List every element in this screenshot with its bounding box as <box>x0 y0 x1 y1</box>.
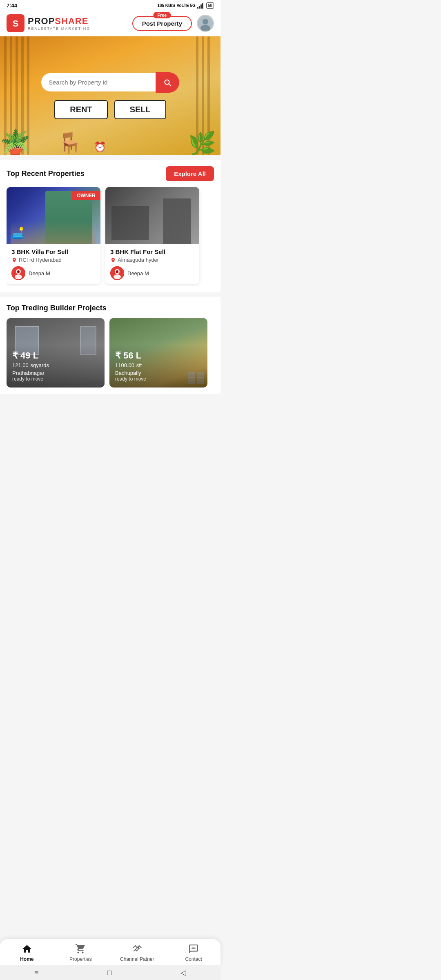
plant-right-decoration: 🌿 <box>188 132 216 155</box>
svg-point-15 <box>114 274 121 279</box>
location-text: Almasguda hyder <box>118 257 159 263</box>
property-card-body: 3 BHK Villa For Sell RCI rd Hyderabad <box>7 244 100 284</box>
property-title: 3 BHK Villa For Sell <box>11 248 96 255</box>
user-avatar[interactable] <box>197 15 214 32</box>
svg-rect-2 <box>200 4 202 9</box>
status-right: 185 KB/S VoLTE 5G 58 <box>157 2 214 9</box>
clock-decoration: ⏰ <box>94 141 106 153</box>
builder-cards-list: ₹ 49 L 121.00 sqyards Prathabnagar ready… <box>7 318 214 388</box>
property-cards-list: OWNER 3 BHK Villa For Sell RCI rd Hydera… <box>7 187 214 286</box>
plant-left-decoration: 🪴 <box>0 130 31 155</box>
svg-rect-1 <box>199 6 200 9</box>
svg-text:S: S <box>13 18 19 29</box>
builder-location: Prathabnagar <box>12 370 99 376</box>
agent-avatar <box>11 266 25 280</box>
rent-button[interactable]: RENT <box>54 100 107 119</box>
agent-info: Deepa M <box>110 266 194 280</box>
logo-name: PROPSHARE <box>28 16 90 27</box>
post-property-button[interactable]: Free Post Property <box>132 16 192 31</box>
chair-decoration: 🪑 <box>57 131 82 155</box>
search-button[interactable] <box>156 72 179 93</box>
logo-share: SHARE <box>55 16 88 26</box>
property-card-body: 3 BHK Flat For Sell Almasguda hyder <box>105 244 199 284</box>
agent-avatar <box>110 266 124 280</box>
builder-card[interactable]: ₹ 56 L 1100.00 sft Bachupally ready to m… <box>109 318 207 388</box>
search-input[interactable] <box>41 73 156 91</box>
location-icon <box>110 257 116 263</box>
search-icon <box>163 78 172 87</box>
status-bar: 7:44 185 KB/S VoLTE 5G 58 <box>0 0 220 10</box>
logo-area: S PROPSHARE REALESTATE MARKETING <box>7 14 90 32</box>
builder-price: ₹ 56 L <box>115 350 202 361</box>
svg-rect-0 <box>197 7 198 9</box>
recent-properties-title: Top Recent Properties <box>7 169 85 178</box>
free-badge: Free <box>153 12 171 18</box>
builder-location: Bachupally <box>115 370 202 376</box>
agent-name: Deepa M <box>127 270 149 276</box>
property-title: 3 BHK Flat For Sell <box>110 248 194 255</box>
builder-projects-section: Top Treding Builder Projects ₹ 49 L 121.… <box>0 297 220 394</box>
owner-badge: OWNER <box>72 191 100 200</box>
header: S PROPSHARE REALESTATE MARKETING Free Po… <box>0 10 220 36</box>
builder-status: ready to move <box>115 376 202 382</box>
avatar-icon <box>198 16 213 31</box>
property-location: RCI rd Hyderabad <box>11 257 96 263</box>
logo-text: PROPSHARE REALESTATE MARKETING <box>28 16 90 31</box>
section-header: Top Recent Properties Explore All <box>7 166 214 181</box>
logo-prop: PROP <box>28 16 55 26</box>
builder-status: ready to move <box>12 376 99 382</box>
logo-subtitle: REALESTATE MARKETING <box>28 27 90 31</box>
agent-icon <box>110 266 124 280</box>
hero-banner: 🪴 🌿 🪑 ⏰ RENT SELL <box>0 36 220 155</box>
property-card[interactable]: 3 BHK Flat For Sell Almasguda hyder <box>105 187 199 284</box>
explore-all-button[interactable]: Explore All <box>166 166 214 181</box>
time-display: 7:44 <box>7 2 17 9</box>
network-info: 185 KB/S <box>157 3 175 8</box>
area-unit: sqyards <box>31 362 49 368</box>
builder-card-info: ₹ 49 L 121.00 sqyards Prathabnagar ready… <box>7 345 105 388</box>
builder-card[interactable]: ₹ 49 L 121.00 sqyards Prathabnagar ready… <box>7 318 105 388</box>
hero-category-buttons: RENT SELL <box>54 100 166 119</box>
builder-area: 1100.00 sft <box>115 361 202 369</box>
property-card[interactable]: OWNER 3 BHK Villa For Sell RCI rd Hydera… <box>7 187 100 284</box>
builder-area: 121.00 sqyards <box>12 361 99 369</box>
location-icon <box>11 257 17 263</box>
logo-icon: S <box>7 14 24 32</box>
property-image-2 <box>105 187 199 244</box>
header-right: Free Post Property <box>132 15 214 32</box>
recent-properties-section: Top Recent Properties Explore All OWNER … <box>0 160 220 292</box>
property-location: Almasguda hyder <box>110 257 194 263</box>
svg-rect-3 <box>202 3 203 9</box>
builder-price: ₹ 49 L <box>12 350 99 361</box>
agent-name: Deepa M <box>29 270 50 276</box>
agent-info: Deepa M <box>11 266 96 280</box>
area-unit: sft <box>136 362 142 368</box>
svg-point-11 <box>15 274 22 279</box>
property-image-1: OWNER <box>7 187 100 244</box>
builder-projects-title: Top Treding Builder Projects <box>7 304 107 312</box>
svg-point-7 <box>203 19 208 24</box>
search-container <box>41 72 179 93</box>
section-header: Top Treding Builder Projects <box>7 304 214 312</box>
location-text: RCI rd Hyderabad <box>19 257 62 263</box>
builder-card-info: ₹ 56 L 1100.00 sft Bachupally ready to m… <box>109 345 207 388</box>
signal-icon <box>197 3 205 9</box>
battery-indicator: 58 <box>206 2 214 9</box>
sell-button[interactable]: SELL <box>114 100 166 119</box>
agent-icon <box>11 266 25 280</box>
network-type: VoLTE 5G <box>177 3 196 8</box>
post-property-label: Post Property <box>142 20 182 27</box>
